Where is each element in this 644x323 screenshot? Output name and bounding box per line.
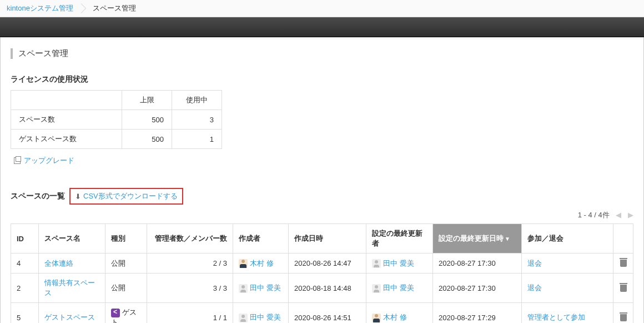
chevron-right-icon: [81, 3, 86, 13]
creator-link[interactable]: 田中 愛美: [250, 284, 281, 292]
license-table: 上限 使用中 スペース数5003ゲストスペース数5001: [11, 90, 222, 149]
cell-id: 2: [11, 274, 39, 303]
col-header-count[interactable]: 管理者数／メンバー数: [147, 224, 233, 254]
action-link[interactable]: 管理者として参加: [527, 313, 585, 321]
cell-id: 5: [11, 303, 39, 324]
cell-delete: [613, 274, 633, 303]
breadcrumb-root-link[interactable]: kintoneシステム管理: [7, 3, 73, 13]
pagination-text: 1 - 4 / 4件: [578, 211, 610, 219]
cell-count: 2 / 3: [147, 254, 233, 274]
download-icon: ⬇: [75, 192, 81, 201]
updater-link[interactable]: 田中 愛美: [383, 259, 414, 267]
cell-updated: 2020-08-27 17:30: [433, 274, 522, 303]
col-header-action[interactable]: 参加／退会: [522, 224, 613, 254]
space-name-link[interactable]: 全体連絡: [44, 259, 73, 267]
col-header-updater[interactable]: 設定の最終更新者: [366, 224, 433, 254]
table-row: 5ゲストスペースゲスト1 / 1田中 愛美2020-08-26 14:51木村 …: [11, 303, 633, 324]
page-title: スペース管理: [11, 48, 633, 59]
breadcrumb: kintoneシステム管理 スペース管理: [0, 0, 644, 17]
cell-action: 退会: [522, 254, 613, 274]
cell-delete: [613, 254, 633, 274]
cell-type: ゲスト: [105, 303, 147, 324]
sort-desc-icon: ▼: [505, 236, 510, 242]
space-name-link[interactable]: 情報共有スペース: [44, 279, 95, 297]
cell-creator: 田中 愛美: [233, 303, 289, 324]
col-header-updated-label: 設定の最終更新日時: [439, 234, 504, 242]
pagination: 1 - 4 / 4件 ◀ ▶: [11, 210, 633, 220]
updater-link[interactable]: 田中 愛美: [383, 284, 414, 292]
license-header-limit: 上限: [122, 91, 172, 110]
table-row: 4全体連絡公開2 / 3木村 修2020-08-26 14:47田中 愛美202…: [11, 254, 633, 274]
col-header-type[interactable]: 種別: [105, 224, 147, 254]
avatar-icon: [239, 259, 248, 268]
license-row-limit: 500: [122, 130, 172, 149]
cell-name: 情報共有スペース: [39, 274, 105, 303]
list-section-title: スペースの一覧: [11, 191, 65, 201]
cell-action: 管理者として参加: [522, 303, 613, 324]
col-header-delete: [613, 224, 633, 254]
col-header-creator[interactable]: 作成者: [233, 224, 289, 254]
creator-link[interactable]: 田中 愛美: [250, 313, 281, 321]
table-row: 2情報共有スペース公開3 / 3田中 愛美2020-08-18 14:48田中 …: [11, 274, 633, 303]
avatar-icon: [239, 284, 248, 293]
license-row-limit: 500: [122, 110, 172, 130]
csv-download-label: CSV形式でダウンロードする: [83, 191, 178, 201]
cell-created: 2020-08-18 14:48: [289, 274, 366, 303]
trash-icon[interactable]: [620, 312, 627, 321]
cell-count: 3 / 3: [147, 274, 233, 303]
cell-count: 1 / 1: [147, 303, 233, 324]
cell-type: 公開: [105, 254, 147, 274]
license-row-label: スペース数: [11, 110, 122, 130]
pager-prev-icon[interactable]: ◀: [616, 211, 621, 219]
license-row-used: 3: [172, 110, 222, 130]
pager-next-icon[interactable]: ▶: [628, 211, 633, 219]
trash-icon[interactable]: [620, 258, 627, 267]
avatar-icon: [372, 284, 381, 293]
cell-creator: 田中 愛美: [233, 274, 289, 303]
license-header-blank: [11, 91, 122, 110]
license-row: スペース数5003: [11, 110, 222, 130]
col-header-id[interactable]: ID: [11, 224, 39, 254]
space-table: ID スペース名 種別 管理者数／メンバー数 作成者 作成日時 設定の最終更新者…: [11, 223, 633, 323]
creator-link[interactable]: 木村 修: [250, 259, 274, 267]
cell-delete: [613, 303, 633, 324]
col-header-name[interactable]: スペース名: [39, 224, 105, 254]
cell-id: 4: [11, 254, 39, 274]
cell-updated: 2020-08-27 17:30: [433, 254, 522, 274]
trash-icon[interactable]: [620, 283, 627, 292]
cell-creator: 木村 修: [233, 254, 289, 274]
cell-updater: 田中 愛美: [366, 254, 433, 274]
cell-name: ゲストスペース: [39, 303, 105, 324]
space-name-link[interactable]: ゲストスペース: [44, 313, 95, 321]
avatar-icon: [239, 314, 248, 322]
cell-updater: 田中 愛美: [366, 274, 433, 303]
license-row-label: ゲストスペース数: [11, 130, 122, 149]
avatar-icon: [372, 259, 381, 268]
header-bar: [0, 17, 644, 37]
cell-created: 2020-08-26 14:47: [289, 254, 366, 274]
license-header-used: 使用中: [172, 91, 222, 110]
avatar-icon: [372, 314, 381, 322]
guest-icon: [111, 309, 120, 317]
cell-action: 退会: [522, 274, 613, 303]
csv-download-link[interactable]: ⬇ CSV形式でダウンロードする: [69, 188, 183, 205]
action-link[interactable]: 退会: [527, 259, 542, 267]
license-section-title: ライセンスの使用状況: [11, 74, 633, 85]
col-header-updated[interactable]: 設定の最終更新日時▼: [433, 224, 522, 254]
updater-link[interactable]: 木村 修: [383, 313, 407, 321]
cell-updater: 木村 修: [366, 303, 433, 324]
breadcrumb-current: スペース管理: [93, 3, 136, 13]
col-header-created[interactable]: 作成日時: [289, 224, 366, 254]
upgrade-label: アップグレード: [24, 156, 74, 166]
license-row-used: 1: [172, 130, 222, 149]
cell-updated: 2020-08-27 17:29: [433, 303, 522, 324]
cell-created: 2020-08-26 14:51: [289, 303, 366, 324]
license-row: ゲストスペース数5001: [11, 130, 222, 149]
upgrade-icon: [14, 157, 21, 164]
action-link[interactable]: 退会: [527, 284, 542, 292]
cell-type: 公開: [105, 274, 147, 303]
upgrade-link[interactable]: アップグレード: [14, 156, 74, 166]
cell-name: 全体連絡: [39, 254, 105, 274]
